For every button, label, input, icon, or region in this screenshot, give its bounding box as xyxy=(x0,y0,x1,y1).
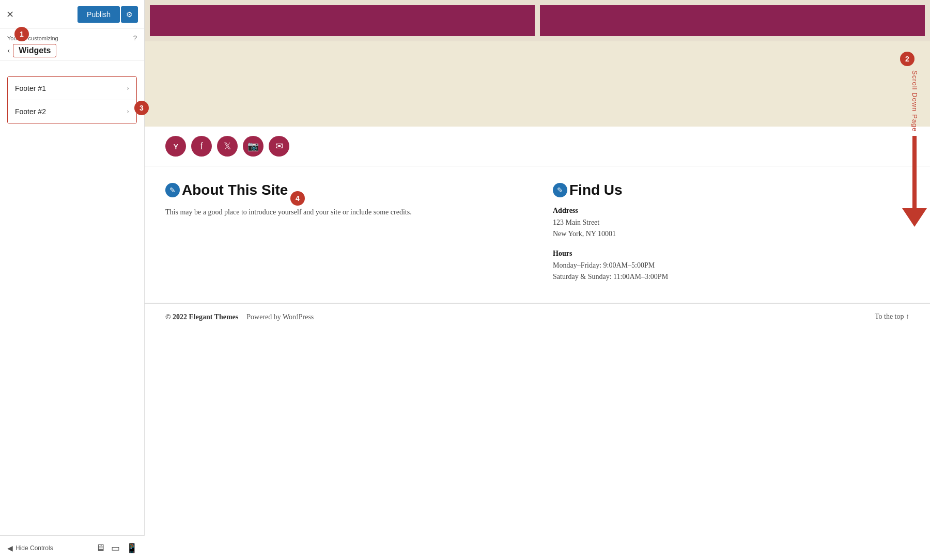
instagram-icon[interactable]: 📷 xyxy=(243,136,264,157)
address-block: Address 123 Main Street New York, NY 100… xyxy=(553,207,909,240)
widgets-title: Widgets xyxy=(13,44,56,57)
yelp-icon[interactable]: ʏ xyxy=(165,136,186,157)
step-1-badge: 1 xyxy=(14,27,29,41)
customizer-sidebar: 1 ✕ Publish ⚙ You are customizing ? ‹ Wi… xyxy=(0,0,145,560)
scroll-arrow xyxy=(902,208,927,227)
bottom-bar: © 2022 Elegant Themes Powered by WordPre… xyxy=(145,303,930,330)
sidebar-bottombar: ◀ Hide Controls 🖥 ▭ 📱 xyxy=(0,535,145,560)
tablet-view-icon[interactable]: ▭ xyxy=(111,542,120,554)
hours-line2: Saturday & Sunday: 11:00AM–3:00PM xyxy=(553,271,909,283)
back-arrow-icon[interactable]: ‹ xyxy=(7,46,10,55)
gear-button[interactable]: ⚙ xyxy=(121,6,138,23)
email-icon[interactable]: ✉ xyxy=(269,136,289,157)
copyright-text: © 2022 Elegant Themes xyxy=(165,313,238,321)
customizing-row: ‹ Widgets xyxy=(7,44,137,57)
step-4-badge: 4 xyxy=(290,191,305,206)
sidebar-topbar: ✕ Publish ⚙ xyxy=(0,0,144,29)
publish-area: Publish ⚙ xyxy=(78,6,138,23)
about-text: This may be a good place to introduce yo… xyxy=(165,207,522,218)
hide-controls-icon: ◀ xyxy=(7,544,13,552)
social-section: ʏ f 𝕏 📷 ✉ xyxy=(145,127,930,166)
address-line2: New York, NY 10001 xyxy=(553,228,909,240)
about-header: ✎ About This Site xyxy=(165,182,522,198)
desktop-view-icon[interactable]: 🖥 xyxy=(96,542,105,554)
hide-controls-button[interactable]: ◀ Hide Controls xyxy=(7,544,53,552)
widget-list: Footer #1 › Footer #2 › xyxy=(7,76,137,123)
hero-section xyxy=(145,0,930,41)
social-icons-row: ʏ f 𝕏 📷 ✉ xyxy=(165,136,909,157)
about-col: ✎ About This Site This may be a good pla… xyxy=(165,182,542,292)
footer-2-item[interactable]: Footer #2 › xyxy=(8,100,136,123)
about-title: About This Site xyxy=(182,182,288,198)
scroll-down-label: Scroll Down Page xyxy=(911,70,919,132)
view-icons: 🖥 ▭ 📱 xyxy=(96,542,137,554)
powered-text: Powered by WordPress xyxy=(246,313,314,321)
mobile-view-icon[interactable]: 📱 xyxy=(126,542,137,554)
hours-line1: Monday–Friday: 9:00AM–5:00PM xyxy=(553,260,909,271)
footer-section: ✎ About This Site This may be a good pla… xyxy=(145,166,930,303)
twitter-icon[interactable]: 𝕏 xyxy=(217,136,238,157)
facebook-icon[interactable]: f xyxy=(191,136,212,157)
chevron-right-icon-2: › xyxy=(127,107,129,116)
find-us-header: ✎ Find Us xyxy=(553,182,909,198)
step-3-badge: 3 xyxy=(134,101,149,115)
beige-section xyxy=(145,41,930,127)
footer-1-item[interactable]: Footer #1 › xyxy=(8,77,136,100)
hours-label: Hours xyxy=(553,250,909,258)
address-line1: 123 Main Street xyxy=(553,217,909,228)
address-label: Address xyxy=(553,207,909,215)
edit-about-icon[interactable]: ✎ xyxy=(165,183,180,197)
scroll-line xyxy=(912,136,917,208)
step-2-badge: 2 xyxy=(900,52,915,66)
to-top-link[interactable]: To the top ↑ xyxy=(875,313,909,321)
hero-banner-right xyxy=(540,5,925,36)
close-icon[interactable]: ✕ xyxy=(6,9,14,20)
hero-banner-left xyxy=(150,5,535,36)
find-us-title: Find Us xyxy=(569,182,623,198)
find-us-col: ✎ Find Us Address 123 Main Street New Yo… xyxy=(542,182,909,292)
publish-button[interactable]: Publish xyxy=(78,6,120,23)
edit-findus-icon[interactable]: ✎ xyxy=(553,183,567,197)
help-icon[interactable]: ? xyxy=(133,34,137,42)
main-preview: 2 Scroll Down Page ʏ f 𝕏 📷 ✉ 4 ✎ About T… xyxy=(145,0,930,560)
copyright-area: © 2022 Elegant Themes Powered by WordPre… xyxy=(165,312,314,321)
scroll-down-annotation: 2 Scroll Down Page xyxy=(899,52,930,227)
hours-block: Hours Monday–Friday: 9:00AM–5:00PM Satur… xyxy=(553,250,909,283)
chevron-right-icon: › xyxy=(127,84,129,92)
